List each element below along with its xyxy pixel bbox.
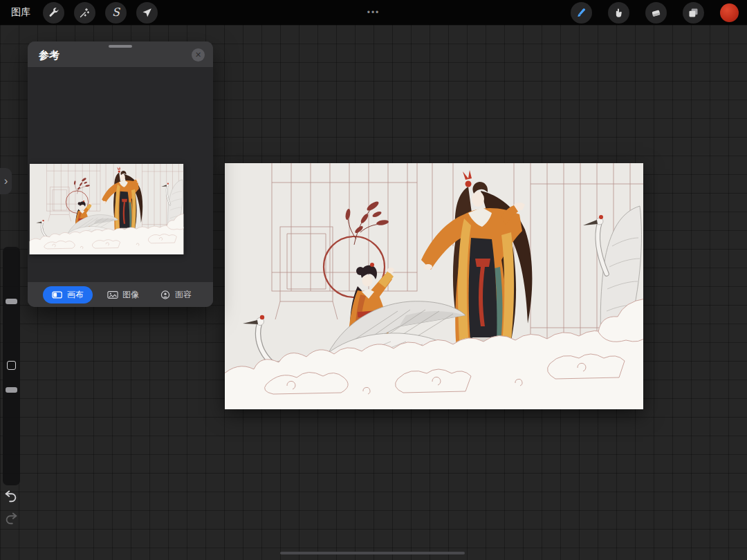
brush-icon [575, 7, 587, 19]
sidebar-expand-tab[interactable]: › [0, 168, 12, 194]
tab-image-label: 图像 [122, 289, 139, 301]
chevron-right-icon: › [4, 174, 8, 188]
photo-icon [107, 290, 118, 299]
artwork-canvas[interactable] [225, 163, 643, 409]
transform-arrow-icon [141, 7, 153, 19]
close-button[interactable]: ✕ [192, 48, 205, 62]
window-options-dots[interactable]: ••• [367, 0, 380, 25]
brush-size-handle[interactable] [6, 299, 17, 304]
tab-face-label: 面容 [175, 289, 192, 301]
reference-image-area[interactable] [28, 67, 213, 282]
tab-face[interactable]: 面容 [154, 286, 198, 304]
panel-drag-handle[interactable] [109, 45, 132, 48]
adjustments-button[interactable] [74, 2, 95, 24]
actions-button[interactable] [43, 2, 64, 24]
smudge-button[interactable] [608, 2, 629, 24]
reference-panel-header: 参考 ✕ [28, 41, 213, 67]
tab-canvas[interactable]: 画布 [43, 286, 93, 304]
active-color-swatch[interactable] [720, 3, 739, 22]
topbar-left-tools: 图库 S [8, 2, 158, 24]
redo-button[interactable] [3, 510, 20, 526]
artwork-illustration [225, 163, 643, 409]
topbar: 图库 S ••• [0, 0, 747, 25]
tab-image[interactable]: 图像 [101, 286, 145, 304]
reference-thumbnail[interactable] [29, 164, 184, 254]
canvas-workspace[interactable]: 参考 ✕ 画布 图像 面容 [0, 25, 747, 560]
procreate-window: 图库 S ••• [0, 0, 747, 560]
layers-icon [688, 7, 699, 19]
eraser-button[interactable] [645, 2, 667, 24]
brush-sidebar [3, 247, 20, 485]
undo-button[interactable] [3, 487, 20, 504]
face-icon [160, 290, 171, 299]
canvas-toggle-icon [52, 290, 63, 299]
tab-canvas-label: 画布 [67, 289, 84, 301]
close-icon: ✕ [195, 50, 201, 59]
eraser-icon [650, 7, 662, 19]
brush-size-slider[interactable] [3, 247, 20, 357]
selection-s-icon: S [112, 7, 120, 18]
topbar-right-tools [571, 2, 739, 24]
bottom-scrollbar[interactable] [280, 552, 465, 554]
wrench-icon [48, 7, 59, 19]
undo-icon [3, 488, 19, 503]
layers-button[interactable] [683, 2, 704, 24]
brush-opacity-handle[interactable] [6, 387, 17, 393]
reference-artwork-preview [29, 164, 184, 254]
gallery-button[interactable]: 图库 [8, 6, 33, 19]
redo-icon [3, 510, 19, 525]
magic-wand-icon [79, 7, 91, 19]
reference-panel-title: 参考 [39, 49, 59, 62]
transform-button[interactable] [136, 2, 158, 24]
reference-tab-bar: 画布 图像 面容 [28, 282, 213, 307]
selection-button[interactable]: S [105, 2, 127, 24]
smudge-finger-icon [613, 7, 625, 19]
modify-button[interactable] [7, 361, 16, 370]
reference-panel: 参考 ✕ 画布 图像 面容 [28, 41, 213, 307]
brush-button[interactable] [571, 2, 592, 24]
brush-opacity-slider[interactable] [3, 375, 20, 485]
